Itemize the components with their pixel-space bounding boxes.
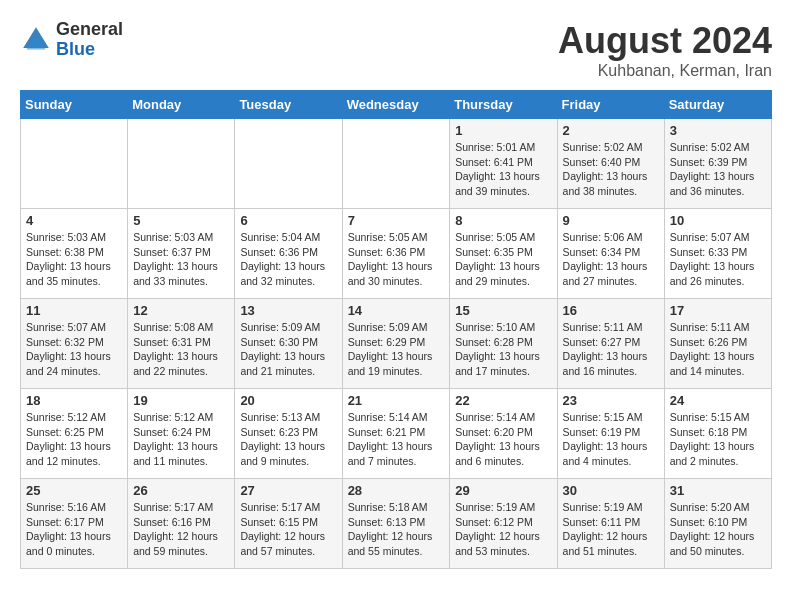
logo-text: General Blue xyxy=(56,20,123,60)
calendar-cell: 19Sunrise: 5:12 AM Sunset: 6:24 PM Dayli… xyxy=(128,389,235,479)
calendar-week-row: 25Sunrise: 5:16 AM Sunset: 6:17 PM Dayli… xyxy=(21,479,772,569)
day-info: Sunrise: 5:18 AM Sunset: 6:13 PM Dayligh… xyxy=(348,500,445,559)
title-block: August 2024 Kuhbanan, Kerman, Iran xyxy=(558,20,772,80)
day-number: 12 xyxy=(133,303,229,318)
day-number: 23 xyxy=(563,393,659,408)
calendar-cell: 4Sunrise: 5:03 AM Sunset: 6:38 PM Daylig… xyxy=(21,209,128,299)
calendar-cell: 23Sunrise: 5:15 AM Sunset: 6:19 PM Dayli… xyxy=(557,389,664,479)
calendar-cell: 26Sunrise: 5:17 AM Sunset: 6:16 PM Dayli… xyxy=(128,479,235,569)
calendar-cell: 11Sunrise: 5:07 AM Sunset: 6:32 PM Dayli… xyxy=(21,299,128,389)
day-info: Sunrise: 5:09 AM Sunset: 6:29 PM Dayligh… xyxy=(348,320,445,379)
location-subtitle: Kuhbanan, Kerman, Iran xyxy=(558,62,772,80)
calendar-cell: 13Sunrise: 5:09 AM Sunset: 6:30 PM Dayli… xyxy=(235,299,342,389)
weekday-header: Tuesday xyxy=(235,91,342,119)
calendar-week-row: 18Sunrise: 5:12 AM Sunset: 6:25 PM Dayli… xyxy=(21,389,772,479)
day-number: 17 xyxy=(670,303,766,318)
day-number: 11 xyxy=(26,303,122,318)
calendar-cell: 9Sunrise: 5:06 AM Sunset: 6:34 PM Daylig… xyxy=(557,209,664,299)
day-info: Sunrise: 5:19 AM Sunset: 6:11 PM Dayligh… xyxy=(563,500,659,559)
calendar-cell: 7Sunrise: 5:05 AM Sunset: 6:36 PM Daylig… xyxy=(342,209,450,299)
day-number: 1 xyxy=(455,123,551,138)
day-number: 19 xyxy=(133,393,229,408)
calendar-week-row: 1Sunrise: 5:01 AM Sunset: 6:41 PM Daylig… xyxy=(21,119,772,209)
day-info: Sunrise: 5:12 AM Sunset: 6:25 PM Dayligh… xyxy=(26,410,122,469)
weekday-header: Friday xyxy=(557,91,664,119)
calendar-cell: 10Sunrise: 5:07 AM Sunset: 6:33 PM Dayli… xyxy=(664,209,771,299)
day-info: Sunrise: 5:01 AM Sunset: 6:41 PM Dayligh… xyxy=(455,140,551,199)
day-info: Sunrise: 5:03 AM Sunset: 6:37 PM Dayligh… xyxy=(133,230,229,289)
calendar-cell: 8Sunrise: 5:05 AM Sunset: 6:35 PM Daylig… xyxy=(450,209,557,299)
logo-general-text: General xyxy=(56,20,123,40)
day-info: Sunrise: 5:02 AM Sunset: 6:40 PM Dayligh… xyxy=(563,140,659,199)
logo-blue-text: Blue xyxy=(56,40,123,60)
day-number: 7 xyxy=(348,213,445,228)
calendar-cell xyxy=(342,119,450,209)
calendar-week-row: 11Sunrise: 5:07 AM Sunset: 6:32 PM Dayli… xyxy=(21,299,772,389)
calendar-cell: 17Sunrise: 5:11 AM Sunset: 6:26 PM Dayli… xyxy=(664,299,771,389)
weekday-header-row: SundayMondayTuesdayWednesdayThursdayFrid… xyxy=(21,91,772,119)
calendar-cell xyxy=(21,119,128,209)
day-info: Sunrise: 5:20 AM Sunset: 6:10 PM Dayligh… xyxy=(670,500,766,559)
calendar-table: SundayMondayTuesdayWednesdayThursdayFrid… xyxy=(20,90,772,569)
day-info: Sunrise: 5:02 AM Sunset: 6:39 PM Dayligh… xyxy=(670,140,766,199)
calendar-cell: 14Sunrise: 5:09 AM Sunset: 6:29 PM Dayli… xyxy=(342,299,450,389)
day-number: 31 xyxy=(670,483,766,498)
day-number: 25 xyxy=(26,483,122,498)
day-number: 5 xyxy=(133,213,229,228)
day-number: 18 xyxy=(26,393,122,408)
day-info: Sunrise: 5:15 AM Sunset: 6:19 PM Dayligh… xyxy=(563,410,659,469)
day-number: 13 xyxy=(240,303,336,318)
day-number: 28 xyxy=(348,483,445,498)
calendar-cell: 3Sunrise: 5:02 AM Sunset: 6:39 PM Daylig… xyxy=(664,119,771,209)
logo-icon xyxy=(20,24,52,56)
weekday-header: Wednesday xyxy=(342,91,450,119)
day-info: Sunrise: 5:10 AM Sunset: 6:28 PM Dayligh… xyxy=(455,320,551,379)
calendar-cell: 5Sunrise: 5:03 AM Sunset: 6:37 PM Daylig… xyxy=(128,209,235,299)
calendar-cell: 30Sunrise: 5:19 AM Sunset: 6:11 PM Dayli… xyxy=(557,479,664,569)
calendar-cell: 12Sunrise: 5:08 AM Sunset: 6:31 PM Dayli… xyxy=(128,299,235,389)
calendar-cell xyxy=(128,119,235,209)
day-number: 9 xyxy=(563,213,659,228)
day-number: 10 xyxy=(670,213,766,228)
day-info: Sunrise: 5:08 AM Sunset: 6:31 PM Dayligh… xyxy=(133,320,229,379)
calendar-week-row: 4Sunrise: 5:03 AM Sunset: 6:38 PM Daylig… xyxy=(21,209,772,299)
day-number: 8 xyxy=(455,213,551,228)
day-info: Sunrise: 5:07 AM Sunset: 6:32 PM Dayligh… xyxy=(26,320,122,379)
day-number: 22 xyxy=(455,393,551,408)
weekday-header: Sunday xyxy=(21,91,128,119)
calendar-cell: 31Sunrise: 5:20 AM Sunset: 6:10 PM Dayli… xyxy=(664,479,771,569)
day-number: 14 xyxy=(348,303,445,318)
calendar-cell xyxy=(235,119,342,209)
day-info: Sunrise: 5:16 AM Sunset: 6:17 PM Dayligh… xyxy=(26,500,122,559)
day-info: Sunrise: 5:04 AM Sunset: 6:36 PM Dayligh… xyxy=(240,230,336,289)
day-number: 2 xyxy=(563,123,659,138)
day-info: Sunrise: 5:14 AM Sunset: 6:20 PM Dayligh… xyxy=(455,410,551,469)
calendar-cell: 1Sunrise: 5:01 AM Sunset: 6:41 PM Daylig… xyxy=(450,119,557,209)
day-number: 16 xyxy=(563,303,659,318)
day-info: Sunrise: 5:05 AM Sunset: 6:36 PM Dayligh… xyxy=(348,230,445,289)
logo: General Blue xyxy=(20,20,123,60)
calendar-cell: 24Sunrise: 5:15 AM Sunset: 6:18 PM Dayli… xyxy=(664,389,771,479)
calendar-cell: 16Sunrise: 5:11 AM Sunset: 6:27 PM Dayli… xyxy=(557,299,664,389)
weekday-header: Thursday xyxy=(450,91,557,119)
day-info: Sunrise: 5:09 AM Sunset: 6:30 PM Dayligh… xyxy=(240,320,336,379)
day-number: 3 xyxy=(670,123,766,138)
day-info: Sunrise: 5:07 AM Sunset: 6:33 PM Dayligh… xyxy=(670,230,766,289)
day-number: 29 xyxy=(455,483,551,498)
day-info: Sunrise: 5:14 AM Sunset: 6:21 PM Dayligh… xyxy=(348,410,445,469)
day-number: 27 xyxy=(240,483,336,498)
weekday-header: Saturday xyxy=(664,91,771,119)
calendar-cell: 25Sunrise: 5:16 AM Sunset: 6:17 PM Dayli… xyxy=(21,479,128,569)
weekday-header: Monday xyxy=(128,91,235,119)
month-year-title: August 2024 xyxy=(558,20,772,62)
day-info: Sunrise: 5:17 AM Sunset: 6:16 PM Dayligh… xyxy=(133,500,229,559)
day-number: 20 xyxy=(240,393,336,408)
day-number: 15 xyxy=(455,303,551,318)
day-info: Sunrise: 5:03 AM Sunset: 6:38 PM Dayligh… xyxy=(26,230,122,289)
day-info: Sunrise: 5:06 AM Sunset: 6:34 PM Dayligh… xyxy=(563,230,659,289)
calendar-cell: 18Sunrise: 5:12 AM Sunset: 6:25 PM Dayli… xyxy=(21,389,128,479)
calendar-cell: 2Sunrise: 5:02 AM Sunset: 6:40 PM Daylig… xyxy=(557,119,664,209)
day-info: Sunrise: 5:15 AM Sunset: 6:18 PM Dayligh… xyxy=(670,410,766,469)
calendar-cell: 27Sunrise: 5:17 AM Sunset: 6:15 PM Dayli… xyxy=(235,479,342,569)
day-info: Sunrise: 5:13 AM Sunset: 6:23 PM Dayligh… xyxy=(240,410,336,469)
